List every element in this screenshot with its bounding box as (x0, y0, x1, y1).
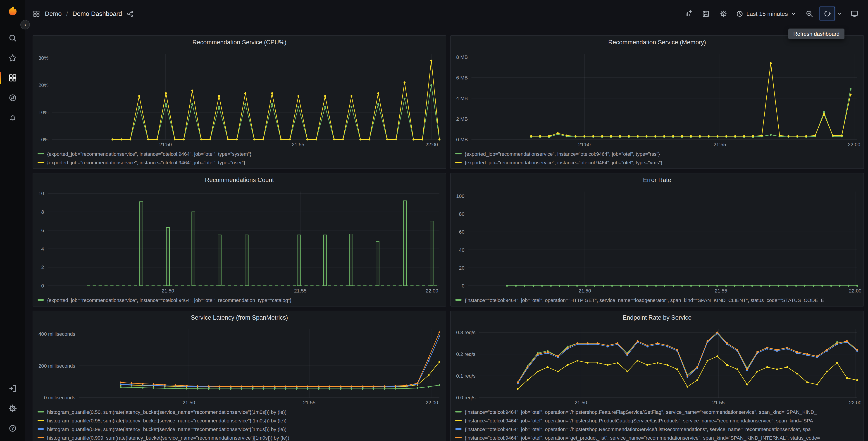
legend-label[interactable]: histogram_quantile(0.95, sum(rate(latenc… (47, 418, 286, 423)
add-panel-button[interactable] (681, 7, 695, 20)
legend-item[interactable]: {instance="otelcol:9464", job="otel", op… (455, 296, 859, 304)
legend-color-mark (455, 428, 462, 430)
time-range-picker[interactable]: Last 15 minutes (734, 7, 799, 20)
svg-text:0 MB: 0 MB (456, 137, 468, 142)
svg-text:10: 10 (38, 190, 44, 196)
svg-text:8: 8 (41, 209, 44, 215)
legend-color-mark (37, 153, 44, 154)
svg-text:80: 80 (459, 211, 464, 217)
svg-text:8 MB: 8 MB (456, 54, 468, 60)
share-icon[interactable] (126, 10, 133, 17)
grafana-app: ? › Demo / Demo Dashboard (0, 0, 868, 441)
time-range-label: Last 15 minutes (746, 10, 788, 17)
legend-item[interactable]: histogram_quantile(0.99, sum(rate(latenc… (37, 425, 441, 433)
svg-text:0%: 0% (41, 137, 49, 142)
sidebar-item-alerting[interactable] (0, 108, 25, 128)
legend-label[interactable]: histogram_quantile(0.999, sum(rate(laten… (47, 435, 289, 440)
legend-label[interactable]: {exported_job="recommendationservice", i… (47, 297, 291, 303)
save-dashboard-button[interactable] (698, 7, 713, 20)
sidebar-item-configuration[interactable] (0, 399, 25, 418)
sidebar-item-explore[interactable] (0, 88, 25, 108)
legend-item[interactable]: {exported_job="recommendationservice", i… (455, 158, 859, 167)
panel-title[interactable]: Recommendation Service (CPU%) (33, 36, 446, 49)
panel-recommendation-cpu: Recommendation Service (CPU%) 0%10%20%30… (33, 35, 446, 169)
sidebar-item-dashboards[interactable] (0, 68, 25, 88)
star-icon (8, 53, 17, 62)
breadcrumb-separator: / (66, 10, 68, 17)
refresh-interval-caret[interactable] (835, 7, 844, 20)
kiosk-mode-button[interactable] (847, 7, 862, 20)
svg-text:0 milliseconds: 0 milliseconds (44, 395, 75, 401)
legend-label[interactable]: {instance="otelcol:9464", job="otel", op… (465, 418, 813, 423)
legend-item[interactable]: {exported_job="recommendationservice", i… (37, 158, 441, 167)
compass-icon (8, 93, 17, 102)
svg-text:22:00: 22:00 (848, 142, 860, 147)
legend-item[interactable]: {instance="otelcol:9464", job="otel", op… (455, 408, 859, 416)
gear-icon (8, 404, 17, 413)
sidebar-item-sign-in[interactable] (0, 379, 25, 399)
legend-label[interactable]: {exported_job="recommendationservice", i… (465, 159, 662, 165)
svg-text:21:55: 21:55 (292, 142, 304, 147)
memory-chart[interactable]: 0 MB2 MB4 MB6 MB8 MB21:5021:5522:00 (454, 49, 861, 148)
legend-item[interactable]: {instance="otelcol:9464", job="otel", op… (455, 425, 859, 433)
legend-color-mark (37, 428, 44, 430)
breadcrumb-app[interactable]: Demo (45, 10, 62, 17)
zoom-out-button[interactable] (802, 7, 816, 20)
panel-title[interactable]: Service Latency (from SpanMetrics) (33, 311, 446, 325)
legend-label[interactable]: {instance="otelcol:9464", job="otel", op… (465, 409, 817, 414)
panel-title[interactable]: Recommendations Count (33, 173, 446, 187)
cpu-chart[interactable]: 0%10%20%30%21:5021:5522:00 (36, 49, 443, 148)
legend-item[interactable]: histogram_quantile(0.95, sum(rate(latenc… (37, 416, 441, 425)
legend-label[interactable]: {instance="otelcol:9464", job="otel", op… (465, 426, 811, 432)
caret-down-icon (837, 11, 842, 16)
latency-chart[interactable]: 0 milliseconds200 milliseconds400 millis… (36, 325, 443, 407)
legend-color-mark (37, 299, 44, 301)
legend-item[interactable]: {exported_job="recommendationservice", i… (455, 149, 859, 158)
chart-canvas: 0 milliseconds200 milliseconds400 millis… (36, 325, 443, 407)
svg-text:4: 4 (41, 246, 44, 252)
legend-label[interactable]: {exported_job="recommendationservice", i… (465, 151, 660, 156)
legend-label[interactable]: {exported_job="recommendationservice", i… (47, 151, 251, 156)
legend-label[interactable]: {instance="otelcol:9464", job="otel", op… (465, 297, 824, 303)
legend-label[interactable]: {exported_job="recommendationservice", i… (47, 159, 245, 165)
svg-text:22:00: 22:00 (426, 288, 438, 294)
legend-label[interactable]: histogram_quantile(0.99, sum(rate(latenc… (47, 426, 286, 432)
svg-text:21:55: 21:55 (294, 288, 307, 294)
svg-text:100: 100 (456, 193, 465, 199)
sidebar-item-help[interactable]: ? (0, 418, 25, 438)
grafana-logo[interactable] (6, 4, 19, 17)
error-rate-chart[interactable]: 02040608010021:5021:5522:00 (454, 187, 861, 295)
svg-text:21:50: 21:50 (183, 400, 195, 406)
legend-item[interactable]: {exported_job="recommendationservice", i… (37, 296, 441, 304)
sidebar-item-search[interactable] (0, 28, 25, 48)
endpoint-rate-chart[interactable]: 0.0 req/s0.1 req/s0.2 req/s0.3 req/s21:5… (454, 325, 861, 407)
panel-title[interactable]: Error Rate (451, 173, 864, 187)
legend-item[interactable]: {exported_job="recommendationservice", i… (37, 149, 441, 158)
legend-color-mark (37, 420, 44, 421)
legend-item[interactable]: {instance="otelcol:9464", job="otel", op… (455, 416, 859, 425)
breadcrumb-page[interactable]: Demo Dashboard (72, 10, 122, 17)
svg-text:60: 60 (459, 229, 464, 235)
legend-item[interactable]: histogram_quantile(0.999, sum(rate(laten… (37, 433, 441, 441)
legend-item[interactable]: histogram_quantile(0.50, sum(rate(latenc… (37, 408, 441, 416)
legend-label[interactable]: {instance="otelcol:9464", job="otel", op… (465, 435, 820, 440)
panel-title[interactable]: Endpoint Rate by Service (451, 311, 864, 325)
legend-label[interactable]: histogram_quantile(0.50, sum(rate(latenc… (47, 409, 286, 414)
legend-color-mark (455, 437, 462, 438)
sidebar-item-starred[interactable] (0, 48, 25, 68)
svg-text:0: 0 (462, 283, 464, 289)
svg-text:0: 0 (41, 283, 44, 289)
sidebar-expand-toggle[interactable]: › (20, 20, 30, 29)
dashboard-settings-button[interactable] (716, 7, 731, 20)
breadcrumb: Demo / Demo Dashboard (33, 10, 133, 18)
svg-text:10%: 10% (38, 110, 49, 115)
count-chart[interactable]: 024681021:5021:5522:00 (36, 187, 443, 295)
search-icon (8, 33, 17, 42)
endpoint-rate-legend: {instance="otelcol:9464", job="otel", op… (451, 407, 864, 441)
save-icon (702, 10, 709, 18)
topbar-actions: Last 15 minutes (681, 7, 862, 20)
apps-grid-icon[interactable] (33, 10, 40, 18)
refresh-button[interactable] (819, 7, 835, 20)
legend-item[interactable]: {instance="otelcol:9464", job="otel", op… (455, 433, 859, 441)
add-panel-icon (684, 9, 692, 18)
